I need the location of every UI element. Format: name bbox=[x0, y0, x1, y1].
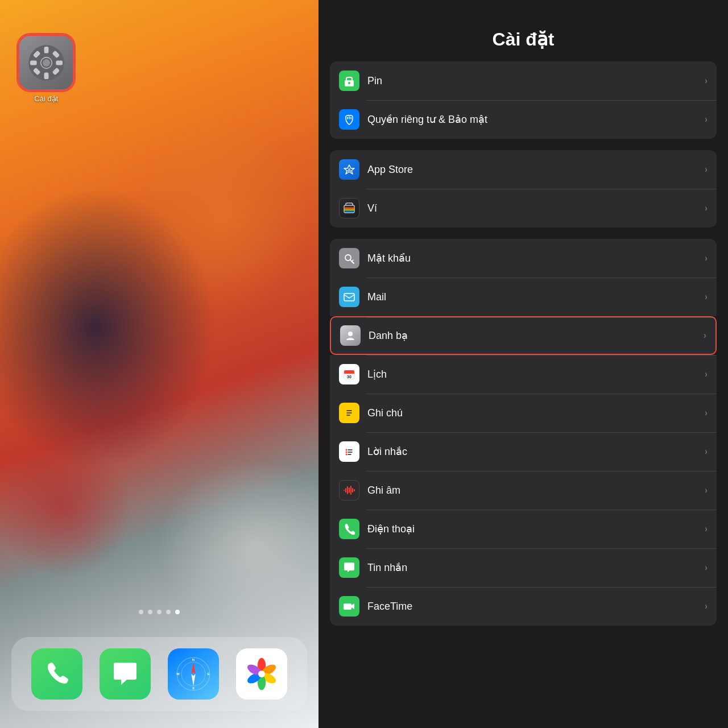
svg-rect-4 bbox=[30, 60, 37, 65]
privacy-icon bbox=[339, 109, 359, 130]
pin-label: Pin bbox=[367, 75, 705, 87]
dot-3 bbox=[157, 610, 162, 614]
appstore-label: App Store bbox=[367, 164, 705, 176]
facetime-row[interactable]: FaceTime › bbox=[330, 587, 717, 626]
appstore-row[interactable]: A App Store › bbox=[330, 150, 717, 189]
mail-row[interactable]: Mail › bbox=[330, 278, 717, 316]
svg-point-28 bbox=[348, 82, 350, 84]
passwords-label: Mật khẩu bbox=[367, 252, 705, 264]
dock-phone-icon[interactable] bbox=[31, 648, 82, 700]
contacts-row[interactable]: Danh bạ › bbox=[330, 316, 717, 355]
reminders-icon bbox=[339, 441, 359, 462]
settings-group-1: Pin › Quyền riêng tư & Bảo mật › bbox=[330, 61, 717, 139]
svg-rect-31 bbox=[344, 207, 354, 208]
sms-chevron: › bbox=[705, 562, 708, 573]
wallet-chevron: › bbox=[705, 203, 708, 213]
svg-rect-34 bbox=[344, 210, 354, 212]
notes-chevron: › bbox=[705, 408, 708, 418]
settings-panel: Cài đặt Pin › bbox=[318, 0, 728, 728]
voice-chevron: › bbox=[705, 485, 708, 495]
contacts-label: Danh bạ bbox=[369, 329, 704, 342]
svg-rect-2 bbox=[44, 46, 48, 53]
svg-rect-3 bbox=[44, 72, 48, 79]
svg-point-50 bbox=[346, 449, 348, 451]
pin-chevron: › bbox=[705, 76, 708, 86]
wallet-label: Ví bbox=[367, 202, 705, 214]
safari-icon: N S W E bbox=[176, 657, 210, 691]
settings-header: Cài đặt bbox=[318, 0, 728, 61]
sms-label: Tin nhắn bbox=[367, 561, 705, 574]
svg-text:30: 30 bbox=[347, 375, 351, 379]
phone-settings-chevron: › bbox=[705, 524, 708, 534]
dock-photos-icon[interactable] bbox=[236, 648, 287, 700]
dock-safari-icon[interactable]: N S W E bbox=[168, 648, 219, 700]
svg-rect-63 bbox=[344, 603, 351, 610]
settings-list: Pin › Quyền riêng tư & Bảo mật › bbox=[318, 61, 728, 728]
voice-label: Ghi âm bbox=[367, 485, 705, 497]
dot-4 bbox=[166, 610, 171, 614]
calendar-row[interactable]: 30 Lịch › bbox=[330, 355, 717, 394]
settings-app-icon[interactable]: Cài đặt bbox=[17, 34, 76, 103]
phone-icon bbox=[43, 660, 71, 688]
app-grid: Cài đặt bbox=[0, 0, 318, 103]
dock-messages-icon[interactable] bbox=[100, 648, 151, 700]
dock: N S W E bbox=[11, 637, 307, 711]
voice-row[interactable]: Ghi âm › bbox=[330, 471, 717, 510]
settings-icon-bg[interactable] bbox=[18, 34, 75, 91]
settings-app-label: Cài đặt bbox=[34, 94, 58, 103]
svg-line-38 bbox=[352, 260, 354, 262]
svg-rect-35 bbox=[344, 212, 354, 213]
facetime-label: FaceTime bbox=[367, 601, 705, 613]
page-indicator bbox=[0, 610, 318, 614]
svg-text:A: A bbox=[348, 167, 351, 173]
svg-marker-15 bbox=[191, 674, 195, 686]
pin-icon bbox=[339, 71, 359, 91]
sms-row[interactable]: Tin nhắn › bbox=[330, 548, 717, 587]
wallet-row[interactable]: Ví › bbox=[330, 189, 717, 228]
svg-rect-32 bbox=[344, 208, 354, 209]
passwords-chevron: › bbox=[705, 253, 708, 263]
mail-label: Mail bbox=[367, 291, 705, 303]
settings-group-2: A App Store › bbox=[330, 150, 717, 228]
settings-group-3: Mật khẩu › Mail › bbox=[330, 239, 717, 626]
svg-rect-39 bbox=[344, 293, 354, 301]
reminders-label: Lời nhắc bbox=[367, 445, 705, 458]
passwords-icon bbox=[339, 248, 359, 268]
appstore-chevron: › bbox=[705, 164, 708, 175]
mail-icon bbox=[339, 287, 359, 307]
dot-2 bbox=[148, 610, 152, 614]
facetime-chevron: › bbox=[705, 601, 708, 611]
phone-settings-icon bbox=[339, 519, 359, 539]
svg-marker-14 bbox=[191, 662, 195, 674]
facetime-icon bbox=[339, 596, 359, 617]
calendar-label: Lịch bbox=[367, 368, 705, 380]
svg-point-54 bbox=[346, 454, 348, 456]
phone-settings-label: Điện thoại bbox=[367, 523, 705, 535]
reminders-chevron: › bbox=[705, 446, 708, 457]
svg-point-26 bbox=[258, 671, 265, 677]
privacy-chevron: › bbox=[705, 114, 708, 125]
dot-1 bbox=[139, 610, 143, 614]
messages-icon bbox=[111, 660, 139, 688]
privacy-row[interactable]: Quyền riêng tư & Bảo mật › bbox=[330, 100, 717, 139]
appstore-icon: A bbox=[339, 159, 359, 180]
phone-row[interactable]: Điện thoại › bbox=[330, 510, 717, 548]
mail-chevron: › bbox=[705, 292, 708, 302]
calendar-chevron: › bbox=[705, 369, 708, 379]
photos-icon bbox=[245, 657, 279, 691]
notes-row[interactable]: Ghi chú › bbox=[330, 394, 717, 432]
privacy-label: Quyền riêng tư & Bảo mật bbox=[367, 113, 705, 126]
svg-text:E: E bbox=[207, 672, 209, 676]
dot-5 bbox=[175, 610, 180, 614]
gear-icon bbox=[28, 44, 65, 81]
passwords-row[interactable]: Mật khẩu › bbox=[330, 239, 717, 278]
notes-label: Ghi chú bbox=[367, 407, 705, 419]
contacts-chevron: › bbox=[704, 330, 706, 341]
reminders-row[interactable]: Lời nhắc › bbox=[330, 432, 717, 471]
svg-rect-33 bbox=[344, 209, 354, 210]
home-screen: Cài đặt bbox=[0, 0, 318, 728]
svg-text:S: S bbox=[192, 686, 195, 690]
pin-row[interactable]: Pin › bbox=[330, 61, 717, 100]
wallet-icon bbox=[339, 198, 359, 218]
voice-icon bbox=[339, 480, 359, 500]
